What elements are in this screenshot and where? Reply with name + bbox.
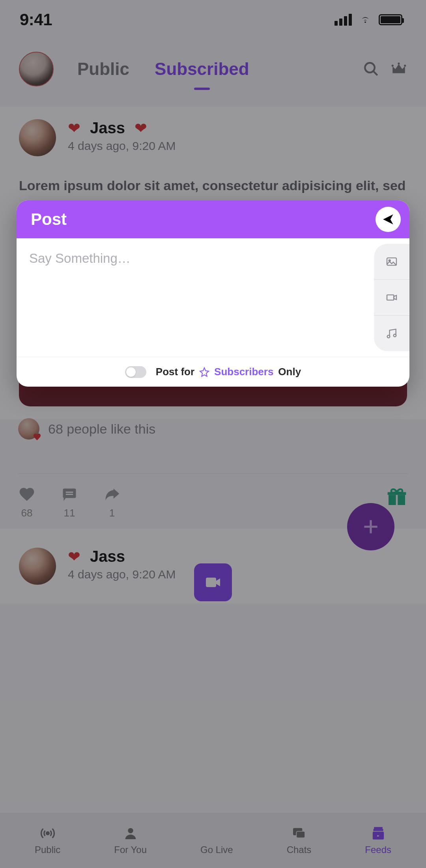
modal-scrim[interactable] xyxy=(0,0,426,868)
attachment-column xyxy=(374,244,409,351)
image-icon xyxy=(385,255,398,268)
send-icon xyxy=(381,213,395,226)
modal-title: Post xyxy=(31,210,67,229)
subscribers-label: Subscribers xyxy=(214,366,273,378)
modal-header: Post xyxy=(17,200,409,238)
attach-image-button[interactable] xyxy=(374,244,409,280)
subscribers-only-toggle[interactable] xyxy=(125,366,146,378)
attach-video-button[interactable] xyxy=(374,280,409,316)
video-icon xyxy=(385,291,398,304)
star-icon xyxy=(199,367,209,377)
post-for-label: Post for xyxy=(156,366,194,378)
modal-footer: Post for Subscribers Only xyxy=(17,357,409,387)
only-label: Only xyxy=(278,366,301,378)
create-post-modal: Post Post for Subscribers Only xyxy=(17,200,409,387)
send-button[interactable] xyxy=(376,207,401,232)
svg-rect-23 xyxy=(387,295,394,300)
music-icon xyxy=(385,327,398,340)
attach-music-button[interactable] xyxy=(374,316,409,351)
post-text-input[interactable] xyxy=(29,251,361,341)
svg-point-24 xyxy=(387,335,390,338)
svg-point-25 xyxy=(394,334,396,337)
